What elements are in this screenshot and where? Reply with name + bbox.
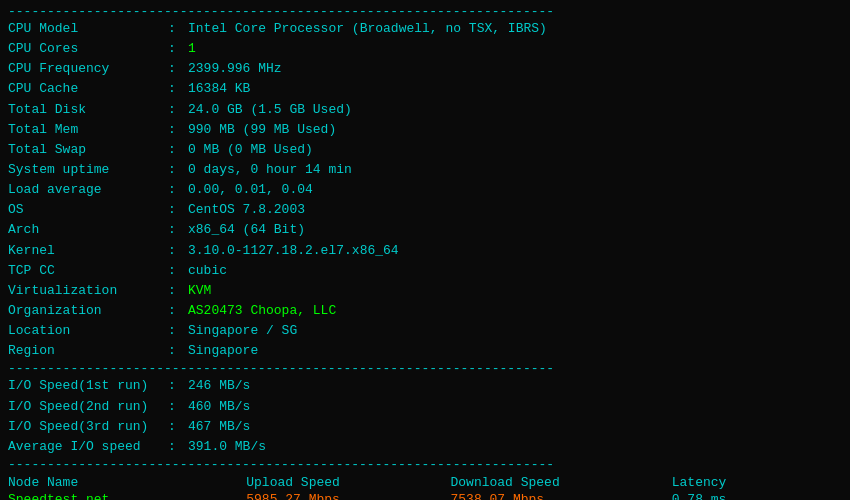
sysinfo-sep: : bbox=[168, 59, 188, 79]
sysinfo-label: CPU Frequency bbox=[8, 59, 168, 79]
sysinfo-sep: : bbox=[168, 140, 188, 160]
sysinfo-value: 990 MB (99 MB Used) bbox=[188, 120, 336, 140]
sysinfo-value: Intel Core Processor (Broadwell, no TSX,… bbox=[188, 19, 547, 39]
col-header-latency: Latency bbox=[672, 474, 842, 491]
sysinfo-label: CPU Model bbox=[8, 19, 168, 39]
sysinfo-label: Location bbox=[8, 321, 168, 341]
io-row: I/O Speed(1st run): 246 MB/s bbox=[8, 376, 842, 396]
sysinfo-value: 16384 KB bbox=[188, 79, 250, 99]
net-node-name: Speedtest.net bbox=[8, 491, 195, 500]
terminal-output: ----------------------------------------… bbox=[8, 4, 842, 500]
io-sep: : bbox=[168, 437, 188, 457]
sysinfo-row: Region: Singapore bbox=[8, 341, 842, 361]
sysinfo-value: Singapore / SG bbox=[188, 321, 297, 341]
sysinfo-sep: : bbox=[168, 39, 188, 59]
sysinfo-row: OS: CentOS 7.8.2003 bbox=[8, 200, 842, 220]
sysinfo-value: 0.00, 0.01, 0.04 bbox=[188, 180, 313, 200]
sysinfo-sep: : bbox=[168, 200, 188, 220]
sysinfo-row: Load average: 0.00, 0.01, 0.04 bbox=[8, 180, 842, 200]
net-download: 7538.07 Mbps bbox=[451, 491, 672, 500]
io-label: Average I/O speed bbox=[8, 437, 168, 457]
sysinfo-sep: : bbox=[168, 261, 188, 281]
net-node-code bbox=[195, 491, 246, 500]
sysinfo-value: KVM bbox=[188, 281, 211, 301]
sysinfo-sep: : bbox=[168, 79, 188, 99]
sysinfo-row: Kernel: 3.10.0-1127.18.2.el7.x86_64 bbox=[8, 241, 842, 261]
col-header-download: Download Speed bbox=[451, 474, 672, 491]
sysinfo-sep: : bbox=[168, 19, 188, 39]
io-label: I/O Speed(1st run) bbox=[8, 376, 168, 396]
sysinfo-sep: : bbox=[168, 120, 188, 140]
sysinfo-row: Total Swap: 0 MB (0 MB Used) bbox=[8, 140, 842, 160]
sysinfo-label: Total Disk bbox=[8, 100, 168, 120]
sysinfo-label: CPU Cores bbox=[8, 39, 168, 59]
io-sep: : bbox=[168, 417, 188, 437]
io-row: I/O Speed(2nd run): 460 MB/s bbox=[8, 397, 842, 417]
sysinfo-value: x86_64 (64 Bit) bbox=[188, 220, 305, 240]
sysinfo-sep: : bbox=[168, 180, 188, 200]
sysinfo-label: Total Swap bbox=[8, 140, 168, 160]
table-row: Speedtest.net5985.27 Mbps7538.07 Mbps0.7… bbox=[8, 491, 842, 500]
sysinfo-value: 1 bbox=[188, 39, 196, 59]
sysinfo-label: Region bbox=[8, 341, 168, 361]
net-upload: 5985.27 Mbps bbox=[246, 491, 450, 500]
io-section: I/O Speed(1st run): 246 MB/sI/O Speed(2n… bbox=[8, 376, 842, 457]
io-label: I/O Speed(2nd run) bbox=[8, 397, 168, 417]
sysinfo-label: CPU Cache bbox=[8, 79, 168, 99]
io-value: 246 MB/s bbox=[188, 376, 250, 396]
sysinfo-label: OS bbox=[8, 200, 168, 220]
sysinfo-value: 0 MB (0 MB Used) bbox=[188, 140, 313, 160]
io-row: Average I/O speed: 391.0 MB/s bbox=[8, 437, 842, 457]
io-sep: : bbox=[168, 376, 188, 396]
divider-net: ----------------------------------------… bbox=[8, 457, 842, 472]
sysinfo-row: CPU Frequency: 2399.996 MHz bbox=[8, 59, 842, 79]
col-header-node: Node Name bbox=[8, 474, 195, 491]
sysinfo-label: Kernel bbox=[8, 241, 168, 261]
sysinfo-sep: : bbox=[168, 341, 188, 361]
sysinfo-value: 24.0 GB (1.5 GB Used) bbox=[188, 100, 352, 120]
col-header-code bbox=[195, 474, 246, 491]
sysinfo-row: System uptime: 0 days, 0 hour 14 min bbox=[8, 160, 842, 180]
net-latency: 0.78 ms bbox=[672, 491, 842, 500]
sysinfo-label: System uptime bbox=[8, 160, 168, 180]
io-sep: : bbox=[168, 397, 188, 417]
network-table: Node Name Upload Speed Download Speed La… bbox=[8, 474, 842, 500]
sysinfo-label: Load average bbox=[8, 180, 168, 200]
sysinfo-sep: : bbox=[168, 321, 188, 341]
sysinfo-row: Virtualization: KVM bbox=[8, 281, 842, 301]
sysinfo-value: 2399.996 MHz bbox=[188, 59, 282, 79]
sysinfo-sep: : bbox=[168, 160, 188, 180]
sysinfo-label: TCP CC bbox=[8, 261, 168, 281]
sysinfo-row: Total Disk: 24.0 GB (1.5 GB Used) bbox=[8, 100, 842, 120]
io-value: 467 MB/s bbox=[188, 417, 250, 437]
io-value: 460 MB/s bbox=[188, 397, 250, 417]
sysinfo-row: CPU Cache: 16384 KB bbox=[8, 79, 842, 99]
sysinfo-value: cubic bbox=[188, 261, 227, 281]
sysinfo-value: Singapore bbox=[188, 341, 258, 361]
sysinfo-label: Virtualization bbox=[8, 281, 168, 301]
sysinfo-sep: : bbox=[168, 100, 188, 120]
sysinfo-row: TCP CC: cubic bbox=[8, 261, 842, 281]
sysinfo-sep: : bbox=[168, 220, 188, 240]
sysinfo-label: Total Mem bbox=[8, 120, 168, 140]
sysinfo-row: Organization: AS20473 Choopa, LLC bbox=[8, 301, 842, 321]
sysinfo-sep: : bbox=[168, 241, 188, 261]
sysinfo-value: AS20473 Choopa, LLC bbox=[188, 301, 336, 321]
sysinfo-label: Arch bbox=[8, 220, 168, 240]
divider-top: ----------------------------------------… bbox=[8, 4, 842, 19]
divider-mid: ----------------------------------------… bbox=[8, 361, 842, 376]
sysinfo-sep: : bbox=[168, 281, 188, 301]
sysinfo-label: Organization bbox=[8, 301, 168, 321]
col-header-upload: Upload Speed bbox=[246, 474, 450, 491]
sysinfo-sep: : bbox=[168, 301, 188, 321]
sysinfo-row: CPU Cores: 1 bbox=[8, 39, 842, 59]
sysinfo-value: 3.10.0-1127.18.2.el7.x86_64 bbox=[188, 241, 399, 261]
sysinfo-section: CPU Model: Intel Core Processor (Broadwe… bbox=[8, 19, 842, 361]
io-label: I/O Speed(3rd run) bbox=[8, 417, 168, 437]
sysinfo-value: CentOS 7.8.2003 bbox=[188, 200, 305, 220]
sysinfo-value: 0 days, 0 hour 14 min bbox=[188, 160, 352, 180]
sysinfo-row: Total Mem: 990 MB (99 MB Used) bbox=[8, 120, 842, 140]
sysinfo-row: Location: Singapore / SG bbox=[8, 321, 842, 341]
sysinfo-row: Arch: x86_64 (64 Bit) bbox=[8, 220, 842, 240]
io-value: 391.0 MB/s bbox=[188, 437, 266, 457]
